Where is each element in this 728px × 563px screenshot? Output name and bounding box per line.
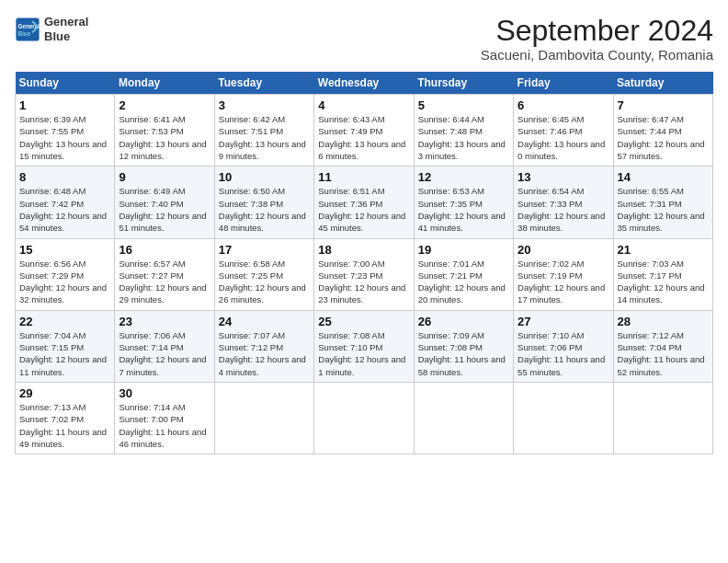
subtitle: Sacueni, Dambovita County, Romania [481,47,713,63]
calendar-table: Sunday Monday Tuesday Wednesday Thursday… [15,72,713,454]
day-number: 2 [119,98,210,112]
day-number: 24 [219,315,310,328]
week-row-5: 29 Sunrise: 7:13 AM Sunset: 7:02 PM Dayl… [16,382,713,454]
table-cell: 1 Sunrise: 6:39 AM Sunset: 7:55 PM Dayli… [16,95,115,167]
day-number: 25 [318,315,409,328]
table-cell: 6 Sunrise: 6:45 AM Sunset: 7:46 PM Dayli… [514,95,613,167]
table-cell: 16 Sunrise: 6:57 AM Sunset: 7:27 PM Dayl… [115,238,214,310]
table-cell: 12 Sunrise: 6:53 AM Sunset: 7:35 PM Dayl… [414,167,513,238]
table-cell: 15 Sunrise: 6:56 AM Sunset: 7:29 PM Dayl… [16,238,115,310]
day-info: Sunrise: 6:53 AM Sunset: 7:35 PM Dayligh… [418,185,509,234]
table-cell: 29 Sunrise: 7:13 AM Sunset: 7:02 PM Dayl… [16,382,115,454]
day-number: 16 [119,243,210,257]
title-section: September 2024 Sacueni, Dambovita County… [481,15,713,63]
day-info: Sunrise: 6:55 AM Sunset: 7:31 PM Dayligh… [618,185,709,234]
logo-icon: General Blue [15,17,40,42]
day-number: 15 [19,243,110,257]
table-cell: 4 Sunrise: 6:43 AM Sunset: 7:49 PM Dayli… [314,95,414,167]
day-number: 8 [19,170,110,184]
day-info: Sunrise: 7:07 AM Sunset: 7:12 PM Dayligh… [219,329,310,378]
day-info: Sunrise: 7:13 AM Sunset: 7:02 PM Dayligh… [19,401,110,450]
logo: General Blue General Blue [15,15,88,43]
table-cell: 20 Sunrise: 7:02 AM Sunset: 7:19 PM Dayl… [514,238,613,310]
day-info: Sunrise: 6:56 AM Sunset: 7:29 PM Dayligh… [19,258,110,306]
table-cell: 27 Sunrise: 7:10 AM Sunset: 7:06 PM Dayl… [514,310,613,382]
week-row-4: 22 Sunrise: 7:04 AM Sunset: 7:15 PM Dayl… [16,310,713,382]
table-cell: 8 Sunrise: 6:48 AM Sunset: 7:42 PM Dayli… [16,167,115,238]
logo-text: General Blue [44,15,88,43]
day-info: Sunrise: 6:51 AM Sunset: 7:36 PM Dayligh… [318,185,409,234]
day-number: 4 [318,98,409,112]
table-cell [214,382,313,454]
col-tuesday: Tuesday [214,72,313,95]
header: General Blue General Blue September 2024… [15,15,713,63]
day-info: Sunrise: 7:04 AM Sunset: 7:15 PM Dayligh… [19,329,110,378]
day-info: Sunrise: 7:01 AM Sunset: 7:21 PM Dayligh… [418,258,509,306]
table-cell: 14 Sunrise: 6:55 AM Sunset: 7:31 PM Dayl… [613,167,712,238]
table-cell: 25 Sunrise: 7:08 AM Sunset: 7:10 PM Dayl… [314,310,414,382]
day-number: 10 [219,170,310,184]
week-row-1: 1 Sunrise: 6:39 AM Sunset: 7:55 PM Dayli… [16,95,713,167]
day-number: 14 [618,170,709,184]
table-cell: 23 Sunrise: 7:06 AM Sunset: 7:14 PM Dayl… [115,310,214,382]
day-info: Sunrise: 6:49 AM Sunset: 7:40 PM Dayligh… [119,185,210,234]
table-cell: 11 Sunrise: 6:51 AM Sunset: 7:36 PM Dayl… [314,167,414,238]
day-number: 1 [19,98,110,112]
week-row-2: 8 Sunrise: 6:48 AM Sunset: 7:42 PM Dayli… [16,167,713,238]
table-cell: 22 Sunrise: 7:04 AM Sunset: 7:15 PM Dayl… [16,310,115,382]
table-cell: 9 Sunrise: 6:49 AM Sunset: 7:40 PM Dayli… [115,167,214,238]
table-cell: 30 Sunrise: 7:14 AM Sunset: 7:00 PM Dayl… [115,382,214,454]
day-number: 29 [19,386,110,400]
day-number: 22 [19,315,110,328]
table-cell: 19 Sunrise: 7:01 AM Sunset: 7:21 PM Dayl… [414,238,513,310]
table-cell: 7 Sunrise: 6:47 AM Sunset: 7:44 PM Dayli… [613,95,712,167]
day-info: Sunrise: 7:06 AM Sunset: 7:14 PM Dayligh… [119,329,210,378]
day-number: 7 [618,98,709,112]
week-row-3: 15 Sunrise: 6:56 AM Sunset: 7:29 PM Dayl… [16,238,713,310]
day-info: Sunrise: 7:10 AM Sunset: 7:06 PM Dayligh… [518,329,609,378]
day-info: Sunrise: 6:42 AM Sunset: 7:51 PM Dayligh… [219,113,310,162]
table-cell: 24 Sunrise: 7:07 AM Sunset: 7:12 PM Dayl… [214,310,313,382]
table-cell: 10 Sunrise: 6:50 AM Sunset: 7:38 PM Dayl… [214,167,313,238]
day-info: Sunrise: 6:50 AM Sunset: 7:38 PM Dayligh… [219,185,310,234]
day-info: Sunrise: 6:43 AM Sunset: 7:49 PM Dayligh… [318,113,409,162]
day-info: Sunrise: 6:39 AM Sunset: 7:55 PM Dayligh… [19,113,110,162]
day-number: 21 [618,243,709,257]
day-info: Sunrise: 7:12 AM Sunset: 7:04 PM Dayligh… [618,329,709,378]
day-number: 12 [418,170,509,184]
col-thursday: Thursday [414,72,513,95]
day-info: Sunrise: 6:45 AM Sunset: 7:46 PM Dayligh… [518,113,609,162]
month-title: September 2024 [481,15,713,47]
day-info: Sunrise: 6:54 AM Sunset: 7:33 PM Dayligh… [518,185,609,234]
day-info: Sunrise: 6:47 AM Sunset: 7:44 PM Dayligh… [618,113,709,162]
calendar-body: 1 Sunrise: 6:39 AM Sunset: 7:55 PM Dayli… [16,95,713,454]
day-number: 13 [518,170,609,184]
day-number: 19 [418,243,509,257]
day-info: Sunrise: 7:00 AM Sunset: 7:23 PM Dayligh… [318,258,409,306]
day-number: 28 [618,315,709,328]
col-wednesday: Wednesday [314,72,414,95]
day-info: Sunrise: 7:09 AM Sunset: 7:08 PM Dayligh… [418,329,509,378]
day-number: 9 [119,170,210,184]
day-number: 30 [119,386,210,400]
table-cell: 3 Sunrise: 6:42 AM Sunset: 7:51 PM Dayli… [214,95,313,167]
table-cell [314,382,414,454]
table-cell: 17 Sunrise: 6:58 AM Sunset: 7:25 PM Dayl… [214,238,313,310]
col-sunday: Sunday [16,72,115,95]
svg-text:Blue: Blue [18,30,31,37]
table-cell [414,382,513,454]
day-info: Sunrise: 6:58 AM Sunset: 7:25 PM Dayligh… [219,258,310,306]
table-cell [613,382,712,454]
day-info: Sunrise: 6:41 AM Sunset: 7:53 PM Dayligh… [119,113,210,162]
day-info: Sunrise: 7:14 AM Sunset: 7:00 PM Dayligh… [119,401,210,450]
table-cell: 18 Sunrise: 7:00 AM Sunset: 7:23 PM Dayl… [314,238,414,310]
day-info: Sunrise: 7:08 AM Sunset: 7:10 PM Dayligh… [318,329,409,378]
table-cell: 5 Sunrise: 6:44 AM Sunset: 7:48 PM Dayli… [414,95,513,167]
day-number: 11 [318,170,409,184]
day-info: Sunrise: 7:02 AM Sunset: 7:19 PM Dayligh… [518,258,609,306]
header-row: Sunday Monday Tuesday Wednesday Thursday… [16,72,713,95]
col-friday: Friday [514,72,613,95]
day-number: 23 [119,315,210,328]
day-number: 3 [219,98,310,112]
day-info: Sunrise: 6:44 AM Sunset: 7:48 PM Dayligh… [418,113,509,162]
